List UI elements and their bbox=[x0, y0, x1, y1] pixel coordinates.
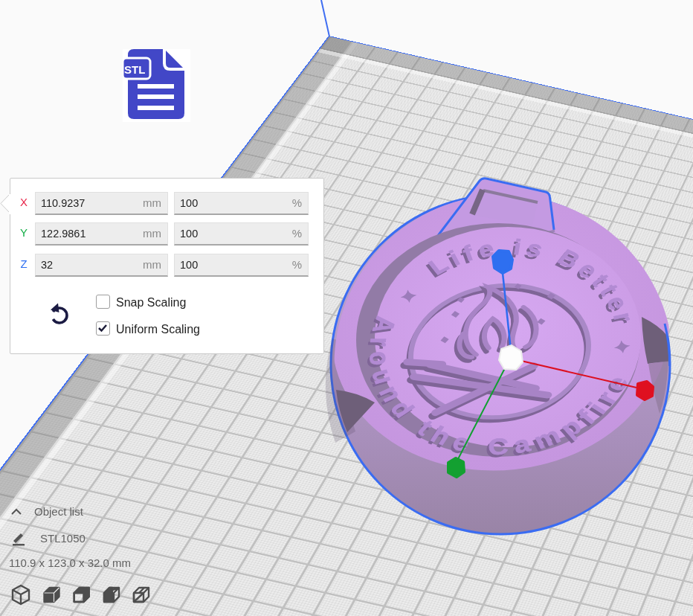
svg-text:STL: STL bbox=[124, 63, 145, 76]
